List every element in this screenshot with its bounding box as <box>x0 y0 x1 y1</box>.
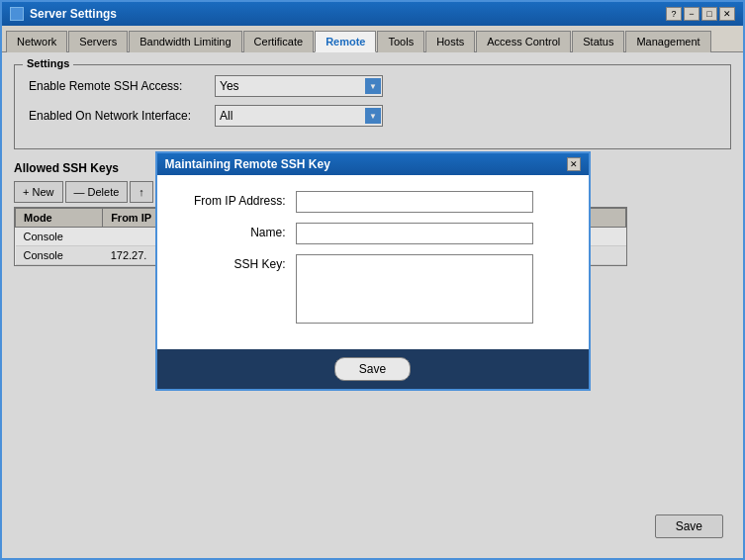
modal-from-ip-label: From IP Address: <box>177 191 286 208</box>
modal-from-ip-row: From IP Address: <box>177 191 569 213</box>
maximize-button[interactable]: □ <box>701 7 717 21</box>
ssh-key-textarea[interactable] <box>296 254 533 324</box>
modal-body: From IP Address: Name: SSH Key: <box>157 175 589 349</box>
close-button[interactable]: ✕ <box>719 7 735 21</box>
tab-servers[interactable]: Servers <box>68 31 128 52</box>
modal-save-button[interactable]: Save <box>334 357 411 381</box>
modal-ssh-key-label: SSH Key: <box>177 254 286 271</box>
title-bar-left: Server Settings <box>10 7 117 21</box>
tab-certificate[interactable]: Certificate <box>243 31 315 52</box>
tab-bar: Network Servers Bandwidth Limiting Certi… <box>2 26 743 52</box>
modal-footer: Save <box>157 349 589 389</box>
modal-name-label: Name: <box>177 223 286 239</box>
modal-overlay: Maintaining Remote SSH Key ✕ From IP Add… <box>2 52 743 558</box>
tab-hosts[interactable]: Hosts <box>425 31 475 52</box>
name-input[interactable] <box>296 223 533 244</box>
modal-title-bar: Maintaining Remote SSH Key ✕ <box>157 153 589 175</box>
window-controls: ? − □ ✕ <box>666 7 735 21</box>
tab-tools[interactable]: Tools <box>377 31 424 52</box>
window-title: Server Settings <box>30 7 117 21</box>
tab-status[interactable]: Status <box>572 31 624 52</box>
main-window: Server Settings ? − □ ✕ Network Servers … <box>0 0 745 560</box>
app-icon <box>10 7 24 21</box>
from-ip-input[interactable] <box>296 191 533 213</box>
modal-close-button[interactable]: ✕ <box>567 157 581 171</box>
help-button[interactable]: ? <box>666 7 682 21</box>
tab-remote[interactable]: Remote <box>315 31 376 52</box>
modal-dialog: Maintaining Remote SSH Key ✕ From IP Add… <box>155 151 591 391</box>
tab-network[interactable]: Network <box>6 31 67 52</box>
tab-access-control[interactable]: Access Control <box>476 31 571 52</box>
modal-ssh-key-row: SSH Key: <box>177 254 569 324</box>
modal-name-row: Name: <box>177 223 569 244</box>
tab-bandwidth-limiting[interactable]: Bandwidth Limiting <box>129 31 241 52</box>
minimize-button[interactable]: − <box>684 7 699 21</box>
content-area: Settings Enable Remote SSH Access: Yes N… <box>2 52 743 558</box>
modal-title: Maintaining Remote SSH Key <box>165 157 330 171</box>
tab-management[interactable]: Management <box>625 31 710 52</box>
title-bar: Server Settings ? − □ ✕ <box>2 2 743 26</box>
